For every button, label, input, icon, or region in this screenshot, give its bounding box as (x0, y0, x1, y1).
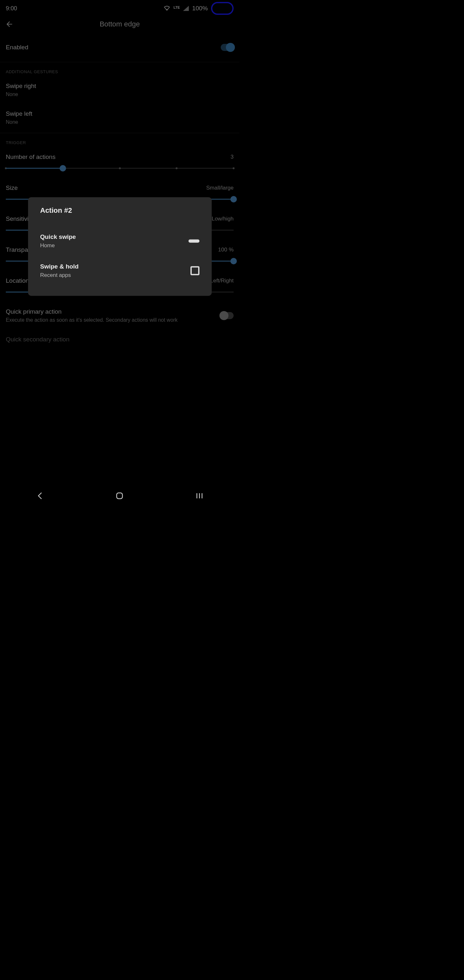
dialog-title: Action #2 (40, 206, 199, 215)
recent-apps-icon (191, 266, 199, 275)
system-nav-bar (0, 487, 239, 504)
dialog-item-swipe-hold[interactable]: Swipe & hold Recent apps (40, 256, 199, 285)
nav-back-button[interactable] (33, 489, 46, 502)
nav-home-button[interactable] (113, 489, 126, 502)
action-dialog: Action #2 Quick swipe Home Swipe & hold … (28, 197, 212, 296)
quick-swipe-sub: Home (40, 242, 76, 248)
dialog-item-quick-swipe[interactable]: Quick swipe Home (40, 226, 199, 256)
svg-rect-1 (117, 493, 122, 499)
swipe-hold-title: Swipe & hold (40, 263, 79, 270)
home-indicator-icon (189, 239, 199, 242)
swipe-hold-sub: Recent apps (40, 272, 79, 278)
chevron-left-icon (37, 492, 43, 500)
quick-swipe-title: Quick swipe (40, 233, 76, 240)
nav-recents-button[interactable] (193, 489, 206, 502)
recents-icon (196, 493, 203, 499)
home-square-icon (116, 492, 123, 500)
